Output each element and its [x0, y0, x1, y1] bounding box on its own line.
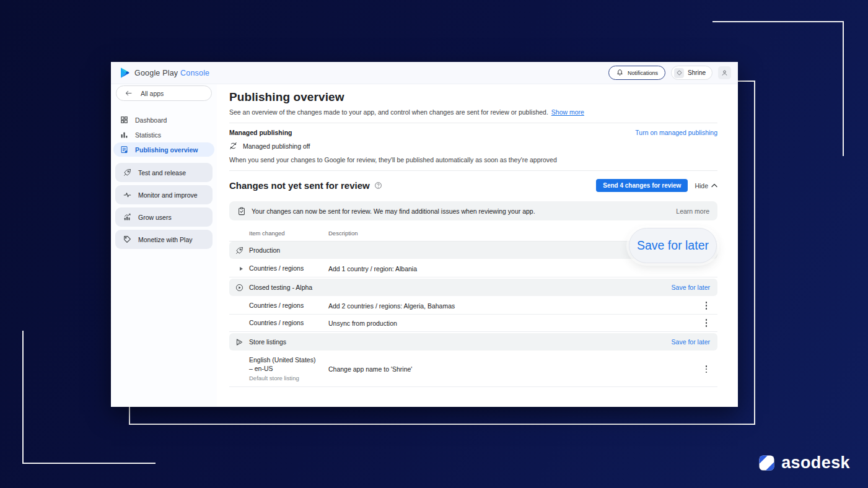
asodesk-logo-icon — [758, 455, 775, 471]
sidebar-item-statistics[interactable]: Statistics — [111, 128, 217, 142]
sidebar-item-label: Test and release — [138, 169, 186, 176]
bell-icon — [616, 69, 624, 77]
row-item-sub-label: Default store listing — [249, 375, 322, 383]
group-header-closed-testing-alpha: Closed testing - Alpha Save for later — [229, 279, 717, 296]
sidebar-item-dashboard[interactable]: Dashboard — [111, 113, 217, 127]
changes-section-heading: Changes not yet sent for review — [229, 180, 370, 191]
managed-publishing-description: When you send your changes to Google for… — [229, 156, 717, 163]
managed-publishing-status: Managed publishing off — [243, 142, 310, 150]
sidebar-item-publishing-overview[interactable]: Publishing overview — [113, 142, 214, 157]
account-avatar-icon — [721, 69, 729, 77]
top-bar: Google Play Console Notifications Shrine — [111, 62, 738, 84]
sidebar-item-label: Grow users — [138, 214, 172, 221]
rocket-icon — [123, 168, 131, 176]
send-changes-for-review-button[interactable]: Send 4 changes for review — [596, 179, 688, 192]
statistics-bars-icon — [120, 131, 128, 139]
group-header-store-listings: Store listings Save for later — [229, 333, 717, 351]
google-play-logo-icon — [120, 67, 130, 79]
table-row: Countries / regions Unsync from producti… — [229, 315, 717, 332]
managed-publishing-heading: Managed publishing — [229, 129, 292, 136]
group-name: Closed testing - Alpha — [249, 284, 312, 291]
sidebar-item-label: Statistics — [135, 131, 161, 139]
save-for-later-link[interactable]: Save for later — [672, 338, 711, 346]
review-ready-banner: Your changes can now be sent for review.… — [229, 201, 717, 220]
kebab-menu-icon[interactable] — [700, 300, 712, 312]
row-description: Unsync from production — [328, 320, 695, 327]
table-row: Countries / regions Add 2 countries / re… — [229, 297, 717, 315]
all-apps-label: All apps — [141, 90, 164, 97]
save-for-later-magnified-button[interactable]: Save for later — [629, 228, 717, 263]
play-store-icon — [235, 338, 243, 346]
google-play-console-logo: Google Play Console — [120, 67, 209, 79]
clipboard-check-icon — [237, 207, 246, 216]
chevron-up-icon — [711, 183, 717, 188]
banner-text: Your changes can now be sent for review.… — [252, 207, 535, 215]
row-item-changed: English (United States) – en-US — [249, 355, 318, 373]
sidebar-groups: Test and release Monitor and improve — [111, 163, 217, 249]
row-item-changed: Countries / regions — [249, 301, 328, 310]
sidebar: All apps Dashboard — [111, 84, 217, 407]
shrine-app-icon — [674, 68, 684, 78]
brand-console: Console — [180, 69, 209, 77]
row-description: Add 2 countries / regions: Algeria, Baha… — [328, 302, 695, 310]
sidebar-item-label: Dashboard — [135, 116, 167, 124]
asodesk-wordmark: asodesk — [781, 453, 850, 473]
column-header-item-changed: Item changed — [249, 230, 328, 237]
sidebar-item-label: Publishing overview — [135, 146, 198, 154]
app-switcher-button[interactable]: Shrine — [671, 66, 712, 80]
play-circle-icon — [235, 284, 243, 292]
sidebar-item-label: Monitor and improve — [138, 191, 198, 199]
kebab-menu-icon[interactable] — [700, 317, 712, 329]
sidebar-item-monetize-with-play[interactable]: Monetize with Play — [115, 230, 213, 249]
publishing-doc-icon — [120, 146, 128, 154]
learn-more-link[interactable]: Learn more — [676, 207, 709, 215]
sync-off-icon — [229, 142, 237, 150]
row-item-changed: Countries / regions — [249, 318, 328, 327]
kebab-menu-icon[interactable] — [700, 363, 712, 375]
sidebar-nav: Dashboard Statistics — [111, 113, 217, 157]
hide-label: Hide — [695, 182, 708, 190]
all-apps-back-button[interactable]: All apps — [116, 85, 212, 101]
save-for-later-label: Save for later — [637, 238, 709, 253]
brand-google-play: Google Play — [134, 69, 178, 77]
row-description: Add 1 country / region: Albania — [328, 265, 695, 272]
sidebar-item-grow-users[interactable]: Grow users — [115, 207, 213, 227]
turn-on-managed-publishing-link[interactable]: Turn on managed publishing — [635, 129, 717, 136]
app-switcher-label: Shrine — [688, 69, 706, 76]
page-title: Publishing overview — [229, 90, 717, 104]
asodesk-brand: asodesk — [758, 453, 850, 473]
group-name: Store listings — [249, 338, 286, 346]
dashboard-grid-icon — [120, 116, 128, 124]
notifications-button[interactable]: Notifications — [608, 66, 665, 80]
hide-section-button[interactable]: Hide — [695, 182, 717, 190]
expander-triangle-icon — [240, 267, 243, 271]
row-item-changed: Countries / regions — [249, 264, 328, 272]
divider — [229, 123, 717, 123]
expand-row-button[interactable] — [229, 267, 249, 271]
main-content: Publishing overview See an overview of t… — [217, 84, 738, 407]
help-circle-icon[interactable] — [374, 181, 382, 190]
show-more-link[interactable]: Show more — [551, 108, 584, 116]
page-subtitle: See an overview of the changes made to y… — [229, 108, 548, 116]
group-name: Production — [249, 246, 280, 254]
sidebar-item-test-and-release[interactable]: Test and release — [115, 163, 213, 182]
rocket-icon — [235, 246, 243, 255]
play-console-window: Google Play Console Notifications Shrine — [111, 62, 738, 407]
price-tag-icon — [123, 235, 131, 243]
notifications-label: Notifications — [628, 70, 658, 76]
save-for-later-link[interactable]: Save for later — [672, 284, 711, 291]
sidebar-item-monitor-and-improve[interactable]: Monitor and improve — [115, 185, 213, 204]
pulse-icon — [123, 191, 131, 199]
table-row: English (United States) – en-US Default … — [229, 352, 717, 387]
sidebar-item-label: Monetize with Play — [138, 236, 193, 243]
back-arrow-icon — [125, 89, 133, 97]
account-avatar-button[interactable] — [718, 66, 731, 79]
top-bar-actions: Notifications Shrine — [608, 66, 731, 80]
row-description: Change app name to 'Shrine' — [328, 365, 695, 373]
growth-chart-icon — [123, 213, 131, 221]
divider — [229, 170, 717, 171]
